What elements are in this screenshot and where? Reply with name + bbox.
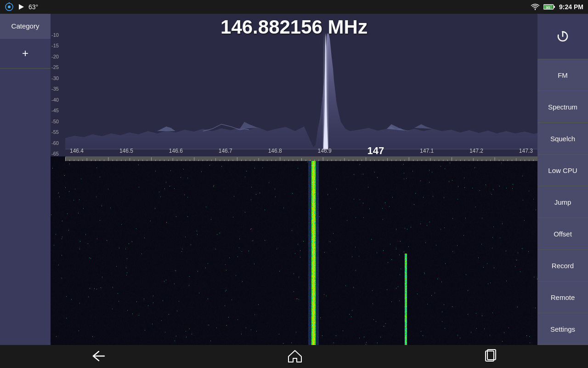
record-button[interactable]: Record [537,250,588,282]
back-icon [90,349,108,363]
bottom-nav-bar [0,345,588,368]
fm-button[interactable]: FM [537,59,588,91]
left-sidebar: Category + [0,14,51,345]
home-icon [287,349,303,363]
spectrum-button[interactable]: Spectrum [537,91,588,123]
squelch-button[interactable]: Squelch [537,123,588,155]
main-spectrum-area[interactable]: 146.882156 MHz -10 -15 -20 -25 -30 -35 -… [51,14,537,345]
play-icon [17,3,25,11]
radio-icon [5,2,14,12]
status-bar: 63° 95 9:24 PM [0,0,588,14]
offset-button[interactable]: Offset [537,218,588,250]
frequency-ruler [65,156,537,161]
status-right: 95 9:24 PM [531,3,583,11]
spectrum-graph [65,32,537,150]
frequency-display: 146.882156 MHz [51,14,537,38]
lowcpu-button[interactable]: Low CPU [537,155,588,186]
remote-button[interactable]: Remote [537,282,588,313]
svg-point-1 [8,6,11,8]
recents-button[interactable] [482,349,498,364]
clock-display: 9:24 PM [559,3,583,11]
settings-button[interactable]: Settings [537,313,588,345]
temperature-display: 63° [28,3,38,11]
frequency-value: 146.882156 MHz [220,16,368,38]
frequency-scale: 146.4 146.5 146.6 146.7 146.8 146.9 147 … [65,145,537,156]
category-button[interactable]: Category [0,14,51,39]
back-button[interactable] [90,349,108,364]
svg-rect-6 [554,6,555,8]
waterfall-canvas [51,156,537,345]
db-scale: -10 -15 -20 -25 -30 -35 -40 -45 -50 -55 … [51,32,65,156]
svg-text:95: 95 [546,6,550,10]
wifi-icon [531,3,540,11]
add-button[interactable]: + [0,39,51,69]
status-left: 63° [5,2,38,12]
waterfall-display[interactable] [51,156,537,345]
recents-icon [482,349,498,363]
power-button[interactable] [537,14,588,59]
right-sidebar: FM Spectrum Squelch Low CPU Jump Offset … [537,14,588,345]
jump-button[interactable]: Jump [537,186,588,218]
home-button[interactable] [287,349,303,364]
battery-icon: 95 [543,4,555,10]
svg-marker-3 [19,4,24,10]
